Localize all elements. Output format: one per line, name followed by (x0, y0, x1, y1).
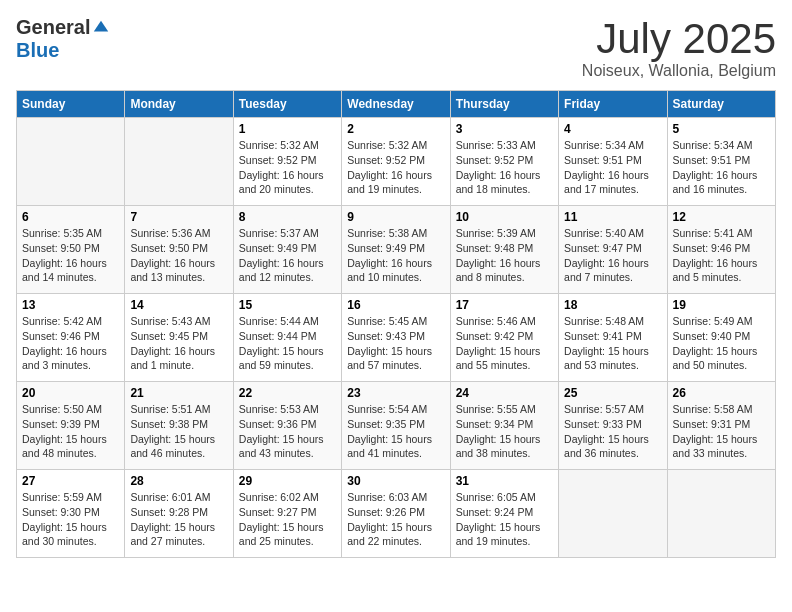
day-info: Sunrise: 5:46 AM Sunset: 9:42 PM Dayligh… (456, 314, 553, 373)
calendar-cell: 27Sunrise: 5:59 AM Sunset: 9:30 PM Dayli… (17, 470, 125, 558)
day-info: Sunrise: 5:32 AM Sunset: 9:52 PM Dayligh… (239, 138, 336, 197)
calendar-cell: 11Sunrise: 5:40 AM Sunset: 9:47 PM Dayli… (559, 206, 667, 294)
day-info: Sunrise: 5:53 AM Sunset: 9:36 PM Dayligh… (239, 402, 336, 461)
weekday-header-cell: Thursday (450, 91, 558, 118)
day-number: 10 (456, 210, 553, 224)
calendar-cell: 31Sunrise: 6:05 AM Sunset: 9:24 PM Dayli… (450, 470, 558, 558)
day-info: Sunrise: 5:42 AM Sunset: 9:46 PM Dayligh… (22, 314, 119, 373)
calendar-cell: 2Sunrise: 5:32 AM Sunset: 9:52 PM Daylig… (342, 118, 450, 206)
calendar-cell: 17Sunrise: 5:46 AM Sunset: 9:42 PM Dayli… (450, 294, 558, 382)
calendar-cell: 29Sunrise: 6:02 AM Sunset: 9:27 PM Dayli… (233, 470, 341, 558)
calendar-cell: 12Sunrise: 5:41 AM Sunset: 9:46 PM Dayli… (667, 206, 775, 294)
calendar-cell: 19Sunrise: 5:49 AM Sunset: 9:40 PM Dayli… (667, 294, 775, 382)
day-number: 1 (239, 122, 336, 136)
week-row: 27Sunrise: 5:59 AM Sunset: 9:30 PM Dayli… (17, 470, 776, 558)
week-row: 20Sunrise: 5:50 AM Sunset: 9:39 PM Dayli… (17, 382, 776, 470)
day-number: 12 (673, 210, 770, 224)
calendar-cell: 25Sunrise: 5:57 AM Sunset: 9:33 PM Dayli… (559, 382, 667, 470)
calendar-cell (17, 118, 125, 206)
day-number: 27 (22, 474, 119, 488)
weekday-header-cell: Tuesday (233, 91, 341, 118)
calendar-cell: 13Sunrise: 5:42 AM Sunset: 9:46 PM Dayli… (17, 294, 125, 382)
month-title: July 2025 (582, 16, 776, 62)
day-number: 7 (130, 210, 227, 224)
calendar-cell: 21Sunrise: 5:51 AM Sunset: 9:38 PM Dayli… (125, 382, 233, 470)
calendar-cell: 16Sunrise: 5:45 AM Sunset: 9:43 PM Dayli… (342, 294, 450, 382)
day-info: Sunrise: 5:55 AM Sunset: 9:34 PM Dayligh… (456, 402, 553, 461)
day-number: 31 (456, 474, 553, 488)
calendar-cell (667, 470, 775, 558)
day-number: 5 (673, 122, 770, 136)
day-number: 21 (130, 386, 227, 400)
calendar-cell: 5Sunrise: 5:34 AM Sunset: 9:51 PM Daylig… (667, 118, 775, 206)
day-number: 13 (22, 298, 119, 312)
week-row: 1Sunrise: 5:32 AM Sunset: 9:52 PM Daylig… (17, 118, 776, 206)
calendar-cell: 24Sunrise: 5:55 AM Sunset: 9:34 PM Dayli… (450, 382, 558, 470)
day-number: 19 (673, 298, 770, 312)
day-info: Sunrise: 5:37 AM Sunset: 9:49 PM Dayligh… (239, 226, 336, 285)
day-number: 2 (347, 122, 444, 136)
week-row: 13Sunrise: 5:42 AM Sunset: 9:46 PM Dayli… (17, 294, 776, 382)
day-info: Sunrise: 5:54 AM Sunset: 9:35 PM Dayligh… (347, 402, 444, 461)
day-number: 16 (347, 298, 444, 312)
calendar-cell: 10Sunrise: 5:39 AM Sunset: 9:48 PM Dayli… (450, 206, 558, 294)
day-info: Sunrise: 5:40 AM Sunset: 9:47 PM Dayligh… (564, 226, 661, 285)
calendar-cell: 30Sunrise: 6:03 AM Sunset: 9:26 PM Dayli… (342, 470, 450, 558)
day-number: 24 (456, 386, 553, 400)
day-number: 26 (673, 386, 770, 400)
calendar-cell: 6Sunrise: 5:35 AM Sunset: 9:50 PM Daylig… (17, 206, 125, 294)
day-info: Sunrise: 5:41 AM Sunset: 9:46 PM Dayligh… (673, 226, 770, 285)
day-info: Sunrise: 5:59 AM Sunset: 9:30 PM Dayligh… (22, 490, 119, 549)
day-info: Sunrise: 5:39 AM Sunset: 9:48 PM Dayligh… (456, 226, 553, 285)
calendar-table: SundayMondayTuesdayWednesdayThursdayFrid… (16, 90, 776, 558)
day-number: 4 (564, 122, 661, 136)
day-info: Sunrise: 5:35 AM Sunset: 9:50 PM Dayligh… (22, 226, 119, 285)
calendar-cell: 9Sunrise: 5:38 AM Sunset: 9:49 PM Daylig… (342, 206, 450, 294)
logo-icon (92, 19, 110, 37)
day-info: Sunrise: 6:03 AM Sunset: 9:26 PM Dayligh… (347, 490, 444, 549)
day-number: 14 (130, 298, 227, 312)
calendar-cell: 23Sunrise: 5:54 AM Sunset: 9:35 PM Dayli… (342, 382, 450, 470)
day-info: Sunrise: 6:01 AM Sunset: 9:28 PM Dayligh… (130, 490, 227, 549)
day-number: 23 (347, 386, 444, 400)
calendar-cell: 22Sunrise: 5:53 AM Sunset: 9:36 PM Dayli… (233, 382, 341, 470)
calendar-cell: 28Sunrise: 6:01 AM Sunset: 9:28 PM Dayli… (125, 470, 233, 558)
day-info: Sunrise: 5:33 AM Sunset: 9:52 PM Dayligh… (456, 138, 553, 197)
day-info: Sunrise: 6:05 AM Sunset: 9:24 PM Dayligh… (456, 490, 553, 549)
day-number: 17 (456, 298, 553, 312)
day-info: Sunrise: 5:45 AM Sunset: 9:43 PM Dayligh… (347, 314, 444, 373)
day-number: 18 (564, 298, 661, 312)
svg-marker-0 (94, 20, 108, 31)
calendar-cell: 3Sunrise: 5:33 AM Sunset: 9:52 PM Daylig… (450, 118, 558, 206)
day-info: Sunrise: 5:50 AM Sunset: 9:39 PM Dayligh… (22, 402, 119, 461)
calendar-cell (559, 470, 667, 558)
day-number: 25 (564, 386, 661, 400)
day-number: 8 (239, 210, 336, 224)
day-number: 15 (239, 298, 336, 312)
calendar-cell: 15Sunrise: 5:44 AM Sunset: 9:44 PM Dayli… (233, 294, 341, 382)
calendar-cell: 20Sunrise: 5:50 AM Sunset: 9:39 PM Dayli… (17, 382, 125, 470)
day-info: Sunrise: 5:51 AM Sunset: 9:38 PM Dayligh… (130, 402, 227, 461)
calendar-cell (125, 118, 233, 206)
weekday-header-cell: Saturday (667, 91, 775, 118)
day-number: 11 (564, 210, 661, 224)
week-row: 6Sunrise: 5:35 AM Sunset: 9:50 PM Daylig… (17, 206, 776, 294)
calendar-cell: 14Sunrise: 5:43 AM Sunset: 9:45 PM Dayli… (125, 294, 233, 382)
day-number: 20 (22, 386, 119, 400)
calendar-cell: 4Sunrise: 5:34 AM Sunset: 9:51 PM Daylig… (559, 118, 667, 206)
day-number: 30 (347, 474, 444, 488)
weekday-header-cell: Friday (559, 91, 667, 118)
weekday-header-cell: Sunday (17, 91, 125, 118)
day-info: Sunrise: 5:38 AM Sunset: 9:49 PM Dayligh… (347, 226, 444, 285)
day-info: Sunrise: 5:32 AM Sunset: 9:52 PM Dayligh… (347, 138, 444, 197)
day-info: Sunrise: 5:43 AM Sunset: 9:45 PM Dayligh… (130, 314, 227, 373)
calendar-cell: 18Sunrise: 5:48 AM Sunset: 9:41 PM Dayli… (559, 294, 667, 382)
page-header: General Blue July 2025 Noiseux, Wallonia… (16, 16, 776, 80)
logo-blue-text: Blue (16, 39, 59, 61)
day-number: 29 (239, 474, 336, 488)
weekday-header-cell: Wednesday (342, 91, 450, 118)
calendar-cell: 8Sunrise: 5:37 AM Sunset: 9:49 PM Daylig… (233, 206, 341, 294)
day-info: Sunrise: 5:58 AM Sunset: 9:31 PM Dayligh… (673, 402, 770, 461)
day-info: Sunrise: 5:57 AM Sunset: 9:33 PM Dayligh… (564, 402, 661, 461)
calendar-cell: 26Sunrise: 5:58 AM Sunset: 9:31 PM Dayli… (667, 382, 775, 470)
